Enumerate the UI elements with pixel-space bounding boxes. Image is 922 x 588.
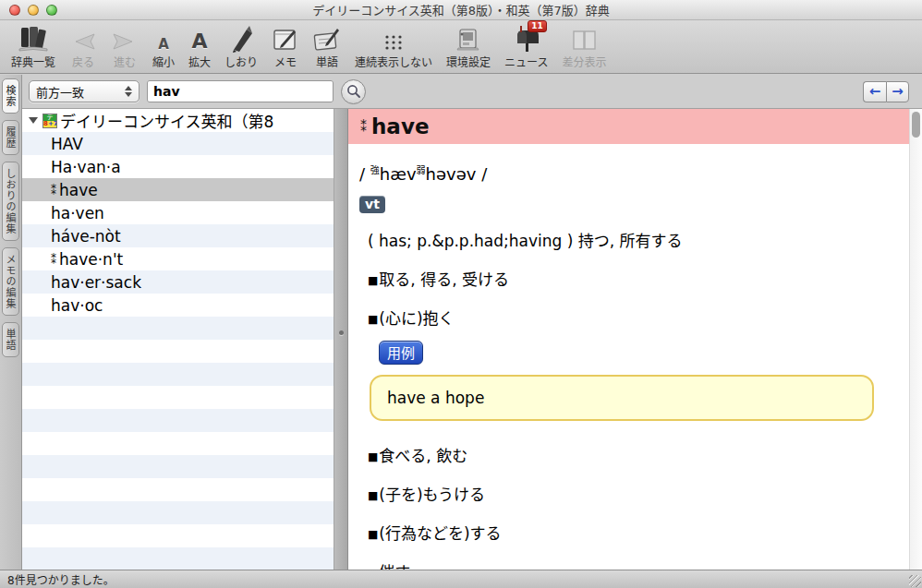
list-item[interactable]: hav·er·sack [22, 270, 334, 294]
memo-button[interactable]: メモ [272, 22, 299, 69]
sense-line: ■(心に)抱く [368, 306, 892, 329]
toolbar-label: 差分表示 [563, 54, 607, 69]
dictionary-group-row[interactable]: デ 8+7 デイリーコンサイス英和（第8 [22, 109, 334, 132]
list-item-selected[interactable]: ** have [22, 178, 334, 201]
inflection-line: ( has; p.&p.p.had;having ) 持つ, 所有する [368, 228, 892, 251]
search-input[interactable] [148, 81, 334, 102]
bookmark-pen-icon [228, 22, 254, 53]
word-card-icon [313, 22, 341, 53]
match-mode-value: 前方一致 [36, 83, 84, 101]
bullet-icon: ■ [368, 274, 378, 287]
important-word-icon: ** [51, 186, 56, 197]
news-badge: 11 [528, 20, 547, 32]
word-list: デ 8+7 デイリーコンサイス英和（第8 HAV Ha·van·a ** hav… [22, 109, 334, 570]
tab-memo-edit[interactable]: メモの編集 [2, 247, 19, 316]
dictionary-list-button[interactable]: 辞典一覧 [11, 22, 55, 69]
status-text: 8件見つかりました。 [7, 571, 115, 587]
sense-line: ■食べる, 飲む [368, 443, 892, 466]
preferences-button[interactable]: 環境設定 [446, 22, 491, 69]
title-bar: デイリーコンサイス英和（第8版）・和英（第7版）辞典 [0, 0, 922, 20]
toolbar-label: 縮小 [152, 54, 175, 69]
preferences-device-icon [455, 22, 482, 53]
next-entry-button[interactable]: → [886, 81, 909, 102]
right-column: 前方一致 [22, 75, 922, 570]
scrollbar-thumb[interactable] [912, 112, 920, 138]
content-scrollbar[interactable] [909, 109, 922, 570]
toolbar-label: 戻る [72, 54, 94, 69]
tab-words[interactable]: 単語 [2, 322, 19, 357]
split-panes-icon [571, 22, 599, 53]
bookmark-button[interactable]: しおり [224, 22, 258, 69]
magnifier-icon [346, 84, 361, 99]
dictionary-title: デイリーコンサイス英和（第8 [60, 109, 273, 132]
toolbar-label: 単語 [316, 54, 338, 69]
toolbar-label: 環境設定 [446, 54, 491, 69]
list-item[interactable]: Ha·van·a [22, 155, 334, 178]
forward-arrow-icon [111, 22, 139, 53]
news-button[interactable]: 11 ニュース [504, 22, 548, 69]
sense-line: ■(子を)もうける [368, 482, 892, 505]
content-body: デ 8+7 デイリーコンサイス英和（第8 HAV Ha·van·a ** hav… [22, 109, 922, 570]
example-badge[interactable]: 用例 [379, 341, 423, 365]
list-item[interactable]: hav·oc [22, 294, 334, 317]
tab-history[interactable]: 履歴 [2, 120, 19, 155]
previous-entry-button[interactable]: ← [863, 81, 886, 102]
app-window: デイリーコンサイス英和（第8版）・和英（第7版）辞典 辞典一覧 [0, 0, 922, 588]
back-arrow-icon [69, 22, 97, 53]
important-word-icon: ** [51, 255, 56, 266]
memo-pad-icon [272, 22, 299, 53]
diff-display-button: 差分表示 [563, 22, 607, 69]
dictionary-icon: デ 8+7 [42, 114, 57, 128]
shrink-text-icon: A [158, 22, 169, 53]
sense-line: ■催す [368, 559, 892, 570]
bullet-icon: ■ [368, 528, 378, 541]
left-arrow-icon: ← [869, 83, 881, 100]
strong-form-label: 強 [370, 165, 380, 175]
important-word-icon: ** [360, 121, 367, 134]
bullet-icon: ■ [368, 313, 378, 326]
forward-button: 進む [111, 22, 139, 69]
books-icon [18, 22, 49, 53]
pronunciation: / 強hæv弱həvəv / [359, 162, 892, 184]
entry-panel: ** have / 強hæv弱həvəv / vt ( has; p.&p.p.… [348, 109, 909, 570]
example-text: have a hope [387, 389, 484, 407]
list-item[interactable]: ha·ven [22, 201, 334, 224]
search-button[interactable] [341, 79, 366, 104]
weak-form-label: 弱 [417, 165, 426, 175]
main-area: 検索 履歴 しおりの編集 メモの編集 単語 前方一致 [0, 75, 922, 570]
window-title: デイリーコンサイス英和（第8版）・和英（第7版）辞典 [0, 1, 922, 18]
no-continuous-display-button[interactable]: 連続表示しない [355, 22, 432, 69]
headword: have [371, 114, 430, 138]
search-bar: 前方一致 [22, 75, 922, 109]
sense-line: ■(行為などを)する [368, 521, 892, 544]
toolbar-label: ニュース [504, 54, 548, 69]
pane-splitter[interactable] [334, 109, 348, 570]
stepper-arrows-icon [125, 86, 132, 97]
shrink-text-button[interactable]: A 縮小 [152, 22, 175, 69]
tab-search[interactable]: 検索 [2, 78, 19, 114]
toolbar-label: 辞典一覧 [11, 54, 55, 69]
splitter-grip-icon [339, 330, 344, 335]
sense-line: ■取る, 得る, 受ける [368, 267, 892, 290]
disclosure-triangle-icon[interactable] [29, 117, 38, 124]
word-button[interactable]: 単語 [313, 22, 341, 69]
list-item[interactable]: HAV [22, 132, 334, 155]
toolbar-label: 拡大 [188, 54, 211, 69]
example-box: have a hope [370, 375, 874, 421]
tab-bookmark-edit[interactable]: しおりの編集 [2, 162, 19, 241]
match-mode-select[interactable]: 前方一致 [29, 80, 140, 102]
right-arrow-icon: → [892, 83, 904, 100]
list-item[interactable]: ** have·n't [22, 247, 334, 270]
entry-body: / 強hæv弱həvəv / vt ( has; p.&p.p.had;havi… [348, 144, 909, 570]
list-item[interactable]: háve-nòt [22, 224, 334, 247]
enlarge-text-button[interactable]: A 拡大 [188, 22, 211, 69]
part-of-speech-badge: vt [359, 196, 385, 213]
resize-grip[interactable] [909, 575, 921, 587]
mailbox-icon: 11 [513, 22, 540, 53]
bullet-icon: ■ [368, 450, 378, 463]
side-tab-strip: 検索 履歴 しおりの編集 メモの編集 単語 [0, 75, 22, 570]
toolbar-label: しおり [224, 54, 258, 69]
status-bar: 8件見つかりました。 [0, 570, 922, 588]
toolbar-label: 進む [114, 54, 136, 69]
enlarge-text-icon: A [192, 22, 208, 53]
